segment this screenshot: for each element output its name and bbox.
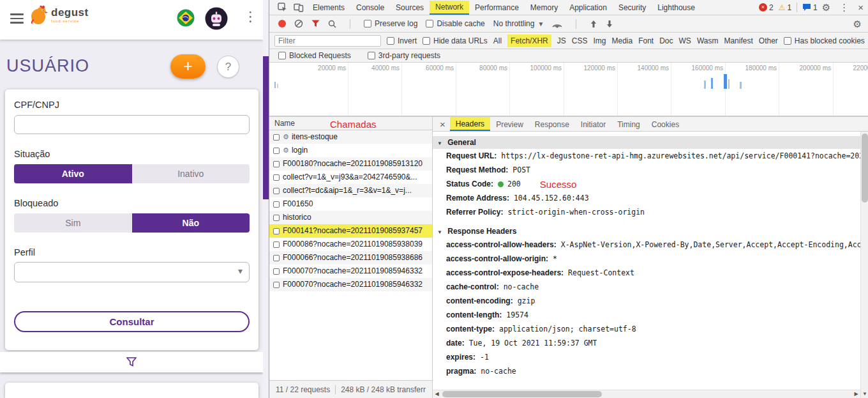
import-har-icon[interactable] — [590, 20, 597, 28]
checkbox[interactable] — [784, 37, 791, 45]
request-row[interactable]: F000070?nocache=20211019085946332 — [269, 278, 432, 291]
horizontal-scrollbar[interactable]: ◀ ▶ — [433, 390, 860, 398]
has-blocked-cookies-checkbox[interactable]: Has blocked cookies — [784, 36, 865, 45]
tab-security[interactable]: Security — [613, 1, 652, 14]
disclosure-triangle-icon[interactable]: ▼ — [437, 141, 442, 146]
tab-headers[interactable]: Headers — [450, 117, 490, 131]
type-filter-ws[interactable]: WS — [679, 36, 691, 45]
request-checkbox[interactable] — [273, 188, 280, 194]
warning-triangle-icon[interactable]: ⚠ — [779, 3, 786, 12]
type-filter-fetch-xhr[interactable]: Fetch/XHR — [507, 34, 551, 47]
preserve-log-checkbox[interactable]: Preserve log — [364, 19, 417, 28]
disclosure-triangle-icon[interactable]: ▼ — [437, 229, 442, 235]
page-scrollbar[interactable] — [263, 0, 269, 398]
request-checkbox[interactable] — [273, 201, 280, 208]
blocked-requests-checkbox[interactable]: Blocked Requests — [278, 51, 351, 60]
request-checkbox[interactable] — [273, 228, 280, 234]
close-detail-icon[interactable]: × — [435, 119, 450, 130]
page-scrollbar-thumb[interactable] — [263, 56, 269, 199]
tab-initiator[interactable]: Initiator — [575, 118, 611, 130]
error-badge-icon[interactable]: × — [759, 3, 767, 11]
request-row[interactable]: F000066?nocache=20211019085938686 — [269, 251, 432, 264]
scroll-right-arrow[interactable]: ▶ — [852, 390, 860, 398]
request-checkbox[interactable] — [273, 255, 280, 261]
tab-sources[interactable]: Sources — [390, 1, 430, 14]
vertical-scrollbar-thumb[interactable] — [862, 134, 868, 203]
filter-funnel-icon[interactable] — [311, 20, 320, 27]
inspect-element-icon[interactable] — [278, 3, 287, 12]
general-section-header[interactable]: ▼ General — [433, 136, 860, 149]
checkbox[interactable] — [426, 20, 433, 27]
type-filter-font[interactable]: Font — [638, 36, 654, 45]
disable-cache-checkbox[interactable]: Disable cache — [426, 19, 484, 28]
request-checkbox[interactable] — [273, 282, 280, 288]
name-column-header[interactable]: Name — [274, 119, 295, 128]
type-filter-media[interactable]: Media — [611, 36, 632, 45]
consultar-button[interactable]: Consultar — [14, 311, 250, 332]
bloqueado-option-nao[interactable]: Não — [132, 213, 250, 233]
record-button[interactable] — [278, 20, 286, 27]
type-filter-css[interactable]: CSS — [572, 36, 588, 45]
assistant-avatar[interactable] — [205, 7, 228, 33]
request-row[interactable]: collect?t=dc&aip=1&_r=3&v=1&_v=j... — [269, 184, 432, 197]
invert-checkbox[interactable]: Invert — [387, 36, 417, 45]
tab-elements[interactable]: Elements — [307, 1, 350, 14]
response-headers-section-header[interactable]: ▼ Response Headers — [433, 225, 860, 238]
request-row[interactable]: F000180?nocache=20211019085913120 — [269, 157, 432, 171]
help-button[interactable]: ? — [217, 56, 239, 78]
type-filter-manifest[interactable]: Manifest — [724, 36, 752, 45]
situacao-option-inativo[interactable]: Inativo — [132, 164, 250, 183]
request-row[interactable]: ⚙ login — [269, 144, 432, 157]
scroll-down-arrow[interactable]: ▼ — [861, 390, 868, 398]
hamburger-menu-icon[interactable] — [10, 13, 24, 24]
bloqueado-option-sim[interactable]: Sim — [14, 213, 132, 233]
request-row[interactable]: collect?v=1&_v=j93&a=2042746590&... — [269, 171, 432, 184]
type-filter-js[interactable]: JS — [557, 36, 566, 45]
request-list-header[interactable]: Name Chamadas — [269, 116, 432, 130]
type-filter-img[interactable]: Img — [593, 36, 606, 45]
request-checkbox[interactable] — [273, 134, 280, 141]
tab-memory[interactable]: Memory — [525, 1, 564, 14]
tab-network[interactable]: Network — [430, 1, 469, 15]
request-row[interactable]: F000070?nocache=20211019085946332 — [269, 264, 432, 278]
network-conditions-icon[interactable] — [552, 20, 562, 28]
tab-response[interactable]: Response — [529, 118, 575, 130]
devtools-close-icon[interactable]: × — [858, 3, 864, 12]
issues-bubble-icon[interactable] — [802, 3, 811, 11]
funnel-icon[interactable] — [126, 357, 137, 367]
devtools-kebab-menu-icon[interactable]: ⋮ — [839, 3, 849, 12]
device-toolbar-icon[interactable] — [294, 3, 304, 12]
type-filter-other[interactable]: Other — [759, 36, 778, 45]
tab-console[interactable]: Console — [350, 1, 390, 14]
network-settings-gear-icon[interactable]: ⚙ — [853, 19, 862, 29]
scroll-left-arrow[interactable]: ◀ — [433, 390, 441, 398]
checkbox[interactable] — [423, 37, 430, 45]
tab-preview[interactable]: Preview — [490, 118, 529, 130]
checkbox[interactable] — [368, 52, 375, 59]
brazil-flag-icon[interactable] — [177, 9, 195, 29]
request-row[interactable]: F000086?nocache=20211019085938039 — [269, 238, 432, 251]
cpf-input[interactable] — [14, 115, 250, 134]
request-row-selected[interactable]: F000141?nocache=20211019085937457 — [269, 224, 432, 238]
request-checkbox[interactable] — [273, 174, 280, 181]
request-checkbox[interactable] — [273, 161, 280, 167]
situacao-option-ativo[interactable]: Ativo — [14, 164, 132, 183]
app-kebab-menu-icon[interactable]: ⋮ — [244, 9, 257, 24]
type-filter-doc[interactable]: Doc — [659, 36, 673, 45]
request-row[interactable]: historico — [269, 211, 432, 224]
tab-timing[interactable]: Timing — [611, 118, 646, 130]
filter-input[interactable] — [274, 35, 381, 47]
search-icon[interactable] — [328, 20, 336, 28]
request-checkbox[interactable] — [273, 215, 280, 221]
network-overview-timeline[interactable]: 20000 ms 40000 ms 60000 ms 80000 ms 1000… — [269, 63, 868, 116]
type-filter-wasm[interactable]: Wasm — [697, 36, 719, 45]
request-checkbox[interactable] — [273, 148, 280, 154]
horizontal-scrollbar-thumb[interactable] — [442, 391, 602, 397]
request-row[interactable]: F001650 — [269, 197, 432, 211]
checkbox[interactable] — [364, 20, 371, 27]
type-filter-all[interactable]: All — [493, 36, 502, 45]
tab-lighthouse[interactable]: Lighthouse — [652, 1, 701, 14]
devtools-settings-gear-icon[interactable]: ⚙ — [822, 3, 830, 12]
request-checkbox[interactable] — [273, 268, 280, 275]
third-party-checkbox[interactable]: 3rd-party requests — [368, 51, 440, 60]
